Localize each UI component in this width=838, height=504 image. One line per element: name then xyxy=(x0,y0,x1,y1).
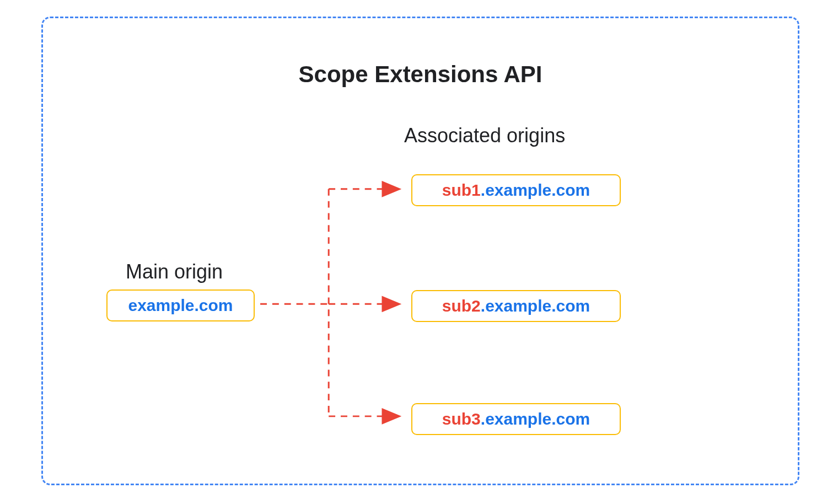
subdomain-1: sub1 xyxy=(442,181,481,199)
domain-1: .example.com xyxy=(481,181,590,199)
diagram-title: Scope Extensions API xyxy=(43,61,798,88)
subdomain-3: sub3 xyxy=(442,410,481,428)
scope-container: Scope Extensions API Main origin Associa… xyxy=(41,17,799,485)
main-origin-box: example.com xyxy=(106,289,255,321)
domain-3: .example.com xyxy=(481,410,590,428)
subdomain-2: sub2 xyxy=(442,297,481,315)
domain-2: .example.com xyxy=(481,297,590,315)
associated-origin-box-2: sub2.example.com xyxy=(411,290,621,322)
main-origin-label: Main origin xyxy=(126,260,223,283)
associated-origin-box-1: sub1.example.com xyxy=(411,174,621,206)
associated-origins-label: Associated origins xyxy=(404,124,565,147)
main-origin-domain: example.com xyxy=(128,296,233,315)
associated-origin-box-3: sub3.example.com xyxy=(411,403,621,435)
